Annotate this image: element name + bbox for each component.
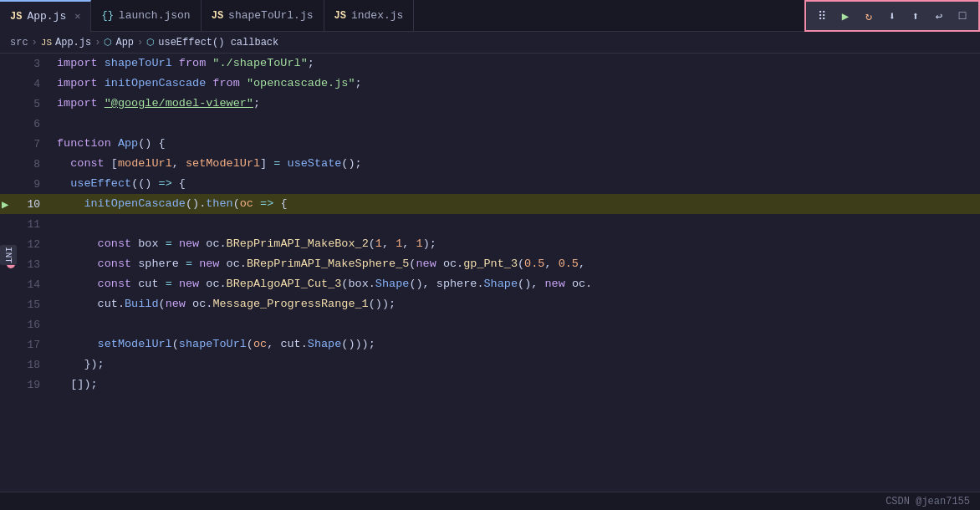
- status-bar: CSDN @jean7155: [0, 492, 980, 510]
- line-content-13: const sphere = new oc.BRepPrimAPI_MakeSp…: [50, 254, 980, 274]
- tab-app-js[interactable]: JS App.js ✕: [0, 0, 91, 32]
- code-line-5: 5 import "@google/model-viewer";: [0, 94, 980, 114]
- tab-launch-json[interactable]: {} launch.json: [91, 0, 201, 32]
- tab-bar: JS App.js ✕ {} launch.json JS shapeToUrl…: [0, 0, 980, 32]
- line-content-9: useEffect(() => {: [50, 174, 980, 194]
- tab-index-js[interactable]: JS index.js: [324, 0, 415, 32]
- line-number-11: 11: [0, 218, 50, 231]
- js-icon: JS: [10, 11, 22, 23]
- line-content-10: initOpenCascade().then(oc => {: [50, 194, 980, 214]
- code-line-7: 7 function App() {: [0, 134, 980, 154]
- code-line-15: 15 cut.Build(new oc.Message_ProgressRang…: [0, 294, 980, 314]
- line-number-5: 5: [0, 98, 50, 110]
- line-content-18: });: [50, 354, 980, 375]
- line-number-6: 6: [0, 118, 50, 130]
- code-line-17: 17 setModelUrl(shapeToUrl(oc, cut.Shape(…: [0, 334, 980, 354]
- code-container: 3 import shapeToUrl from "./shapeToUrl";…: [0, 54, 980, 492]
- line-number-8: 8: [0, 158, 50, 171]
- code-line-9: 9 useEffect(() => {: [0, 174, 980, 194]
- line-number-7: 7: [0, 138, 50, 150]
- code-line-12: 12 const box = new oc.BRepPrimAPI_MakeBo…: [0, 234, 980, 254]
- tab-close-button[interactable]: ✕: [74, 10, 80, 23]
- code-line-3: 3 import shapeToUrl from "./shapeToUrl";: [0, 54, 980, 74]
- line-number-14: 14: [0, 278, 50, 291]
- breadcrumb-sep-3: ›: [137, 37, 143, 48]
- restart-button[interactable]: ↻: [860, 7, 878, 25]
- line-content-8: const [modelUrl, setModelUrl] = useState…: [50, 154, 980, 174]
- js-icon: JS: [212, 10, 223, 22]
- breadcrumb-file: App.js: [55, 37, 91, 48]
- breadcrumb-sep-1: ›: [32, 37, 38, 48]
- code-line-10: ▶ 10 initOpenCascade().then(oc => {: [0, 194, 980, 214]
- line-content-19: []);: [50, 375, 980, 395]
- line-content-3: import shapeToUrl from "./shapeToUrl";: [50, 54, 980, 74]
- side-label: INT: [0, 245, 17, 265]
- continue-button[interactable]: ▶: [836, 7, 855, 25]
- line-number-9: 9: [0, 178, 50, 191]
- breadcrumb-icon-fn2: ⬡: [146, 37, 155, 48]
- line-content-5: import "@google/model-viewer";: [50, 94, 980, 114]
- line-number-4: 4: [0, 78, 50, 90]
- breadcrumb: src › JS App.js › ⬡ App › ⬡ useEffect() …: [0, 32, 980, 54]
- line-content-15: cut.Build(new oc.Message_ProgressRange_1…: [50, 294, 980, 314]
- step-over-button[interactable]: ⬇: [883, 7, 901, 25]
- debug-arrow-icon: ▶: [2, 197, 8, 212]
- debug-toolbar: ⠿ ▶ ↻ ⬇ ⬆ ↩ □: [804, 0, 980, 32]
- line-number-15: 15: [0, 298, 50, 311]
- line-content-7: function App() {: [50, 134, 980, 154]
- grid-button[interactable]: ⠿: [813, 7, 831, 25]
- breadcrumb-fn: App: [115, 37, 134, 48]
- breadcrumb-sep-2: ›: [94, 37, 100, 48]
- code-line-19: 19 []);: [0, 375, 980, 395]
- code-editor[interactable]: 3 import shapeToUrl from "./shapeToUrl";…: [0, 54, 980, 492]
- code-line-14: 14 const cut = new oc.BRepAlgoAPI_Cut_3(…: [0, 274, 980, 294]
- js-icon: JS: [334, 10, 346, 22]
- line-content-12: const box = new oc.BRepPrimAPI_MakeBox_2…: [50, 234, 980, 254]
- line-number-18: 18: [0, 359, 50, 371]
- tab-shape-to-url[interactable]: JS shapeToUrl.js: [202, 0, 324, 32]
- code-line-11: 11: [0, 214, 980, 234]
- breadcrumb-icon-fn: ⬡: [104, 37, 112, 48]
- line-number-16: 16: [0, 319, 50, 331]
- code-line-8: 8 const [modelUrl, setModelUrl] = useSta…: [0, 154, 980, 174]
- tab-label: App.js: [27, 10, 66, 23]
- stop-button[interactable]: □: [953, 7, 972, 25]
- breadcrumb-js-icon: JS: [41, 38, 52, 48]
- tab-label: index.js: [351, 9, 403, 22]
- status-text: CSDN @jean7155: [886, 496, 970, 507]
- line-number-19: 19: [0, 379, 50, 391]
- line-content-17: setModelUrl(shapeToUrl(oc, cut.Shape()))…: [50, 334, 980, 354]
- step-into-button[interactable]: ⬆: [906, 7, 925, 25]
- code-line-13: 13 const sphere = new oc.BRepPrimAPI_Mak…: [0, 254, 980, 274]
- breadcrumb-src: src: [10, 37, 28, 48]
- json-icon: {}: [101, 10, 113, 22]
- breadcrumb-callback: useEffect() callback: [158, 37, 278, 48]
- code-line-4: 4 import initOpenCascade from "opencasca…: [0, 74, 980, 94]
- line-number-10: ▶ 10: [0, 198, 50, 211]
- line-number-3: 3: [0, 58, 50, 70]
- line-number-17: 17: [0, 339, 50, 351]
- rewind-button[interactable]: ↩: [930, 7, 948, 25]
- tab-label: launch.json: [119, 9, 191, 22]
- code-line-18: 18 });: [0, 354, 980, 375]
- code-line-6: 6: [0, 114, 980, 134]
- line-content-14: const cut = new oc.BRepAlgoAPI_Cut_3(box…: [50, 274, 980, 294]
- line-content-4: import initOpenCascade from "opencascade…: [50, 74, 980, 94]
- tab-label: shapeToUrl.js: [228, 9, 313, 22]
- code-line-16: 16: [0, 314, 980, 334]
